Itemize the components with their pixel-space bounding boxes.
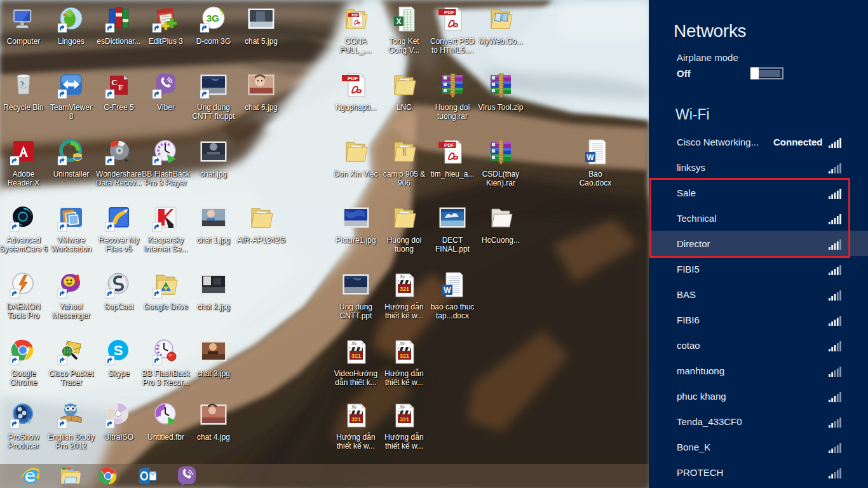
svg-text:C: C (111, 78, 117, 87)
svg-text:321: 321 (351, 416, 361, 423)
svg-text:W: W (587, 153, 594, 162)
svg-text:PDF: PDF (444, 142, 454, 148)
svg-text:F: F (118, 83, 123, 92)
svg-text:321: 321 (400, 353, 409, 359)
svg-text:.flv: .flv (351, 341, 356, 346)
svg-text:X: X (396, 17, 401, 26)
svg-text:3G: 3G (207, 13, 219, 24)
svg-text:S: S (114, 342, 123, 358)
svg-text:321: 321 (400, 416, 409, 423)
svg-text:W: W (444, 286, 451, 295)
svg-text:.flv: .flv (351, 405, 356, 409)
svg-text:PDF: PDF (444, 10, 454, 15)
svg-text:321: 321 (400, 286, 409, 292)
svg-text:321: 321 (351, 353, 361, 359)
svg-text:PDF: PDF (352, 14, 358, 17)
svg-text:.flv: .flv (399, 341, 405, 346)
svg-text:PDF: PDF (348, 76, 358, 81)
svg-text:.flv: .flv (399, 405, 405, 409)
svg-text:.flv: .flv (399, 274, 405, 279)
